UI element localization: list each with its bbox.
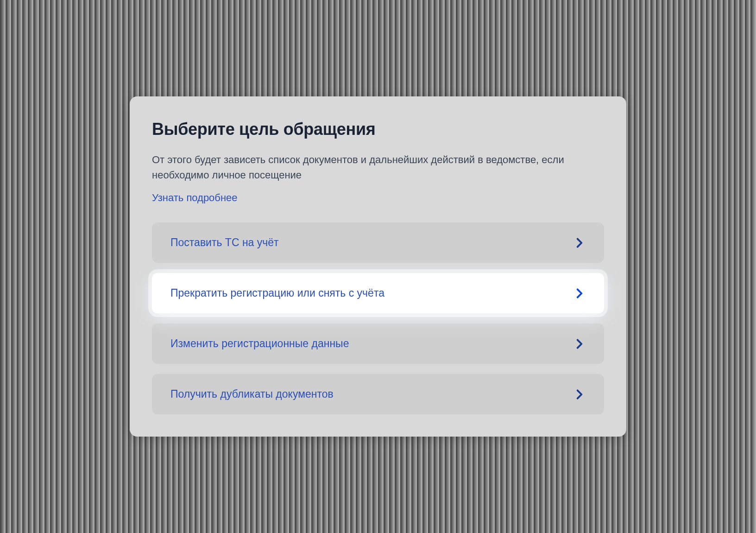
chevron-right-icon <box>573 388 586 400</box>
option-label: Прекратить регистрацию или снять с учёта <box>170 287 384 299</box>
option-register-vehicle[interactable]: Поставить ТС на учёт <box>152 222 604 263</box>
option-change-registration-data[interactable]: Изменить регистрационные данные <box>152 324 604 364</box>
option-label: Поставить ТС на учёт <box>170 236 279 249</box>
chevron-right-icon <box>573 287 586 299</box>
dialog-card: Выберите цель обращения От этого будет з… <box>130 96 626 437</box>
option-label: Получить дубликаты документов <box>170 388 334 400</box>
chevron-right-icon <box>573 338 586 350</box>
option-get-duplicates[interactable]: Получить дубликаты документов <box>152 374 604 414</box>
page-description: От этого будет зависеть список документо… <box>152 152 569 183</box>
option-terminate-registration[interactable]: Прекратить регистрацию или снять с учёта <box>152 273 604 313</box>
learn-more-link[interactable]: Узнать подробнее <box>152 192 238 204</box>
chevron-right-icon <box>573 237 586 249</box>
option-label: Изменить регистрационные данные <box>170 337 349 350</box>
page-title: Выберите цель обращения <box>152 120 604 139</box>
options-list: Поставить ТС на учёт Прекратить регистра… <box>152 222 604 414</box>
